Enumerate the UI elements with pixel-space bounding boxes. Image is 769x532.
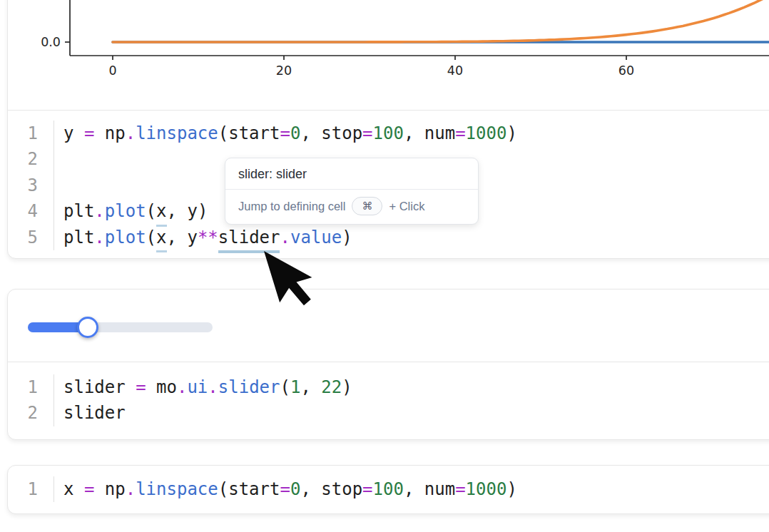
plot-output-area: 02040600.0 bbox=[8, 0, 769, 110]
command-key-pill: ⌘ bbox=[352, 197, 382, 215]
slider-output-area bbox=[8, 290, 769, 362]
line-number: 2 bbox=[8, 146, 54, 172]
code-line-text[interactable]: y = np.linspace(start=0, stop=100, num=1… bbox=[54, 121, 517, 146]
code-line[interactable]: 1slider = mo.ui.slider(1, 22) bbox=[8, 374, 769, 400]
slider-widget[interactable] bbox=[28, 322, 213, 332]
slider-thumb[interactable] bbox=[77, 317, 98, 338]
code-line-text[interactable]: plt.plot(x, y**slider.value) bbox=[54, 225, 352, 250]
line-number: 3 bbox=[8, 173, 54, 198]
code-line-text[interactable]: x = np.linspace(start=0, stop=100, num=1… bbox=[54, 476, 517, 502]
command-key-icon: ⌘ bbox=[362, 199, 372, 213]
cell-slider: 1slider = mo.ui.slider(1, 22)2slider bbox=[7, 289, 769, 440]
mouse-cursor bbox=[235, 248, 321, 327]
svg-text:40: 40 bbox=[447, 63, 463, 78]
code-line-text[interactable]: plt.plot(x, y) bbox=[54, 198, 208, 224]
code-line-text[interactable]: slider bbox=[54, 400, 126, 426]
code-line-text[interactable] bbox=[54, 173, 63, 198]
svg-text:60: 60 bbox=[618, 63, 634, 78]
code-editor-x[interactable]: 1x = np.linspace(start=0, stop=100, num=… bbox=[8, 466, 769, 513]
svg-text:20: 20 bbox=[276, 63, 292, 78]
code-line[interactable]: 1y = np.linspace(start=0, stop=100, num=… bbox=[8, 121, 769, 146]
code-editor-slider[interactable]: 1slider = mo.ui.slider(1, 22)2slider bbox=[8, 362, 769, 440]
line-number: 2 bbox=[8, 400, 54, 426]
line-number: 5 bbox=[8, 225, 54, 250]
variable-tooltip: slider: slider Jump to defining cell ⌘ +… bbox=[225, 158, 479, 225]
tooltip-title: slider: slider bbox=[225, 158, 478, 189]
tooltip-action-label: Jump to defining cell bbox=[238, 200, 345, 213]
code-line[interactable]: 5plt.plot(x, y**slider.value) bbox=[8, 225, 769, 250]
code-line[interactable]: 2slider bbox=[8, 400, 769, 426]
code-line[interactable]: 1x = np.linspace(start=0, stop=100, num=… bbox=[8, 476, 769, 502]
line-number: 1 bbox=[8, 121, 54, 146]
line-number: 4 bbox=[8, 198, 54, 224]
matplotlib-line-chart: 02040600.0 bbox=[8, 0, 769, 110]
code-line-text[interactable]: slider = mo.ui.slider(1, 22) bbox=[54, 374, 352, 400]
tooltip-action-row[interactable]: Jump to defining cell ⌘ + Click bbox=[225, 190, 478, 224]
cell-x: 1x = np.linspace(start=0, stop=100, num=… bbox=[7, 465, 769, 514]
line-number: 1 bbox=[8, 476, 54, 502]
code-line-text[interactable] bbox=[54, 146, 63, 172]
line-number: 1 bbox=[8, 374, 54, 400]
tooltip-action-suffix: + Click bbox=[389, 200, 424, 213]
svg-text:0.0: 0.0 bbox=[41, 35, 61, 49]
marimo-notebook: 02040600.0 1y = np.linspace(start=0, sto… bbox=[0, 0, 769, 532]
svg-text:0: 0 bbox=[108, 63, 116, 78]
